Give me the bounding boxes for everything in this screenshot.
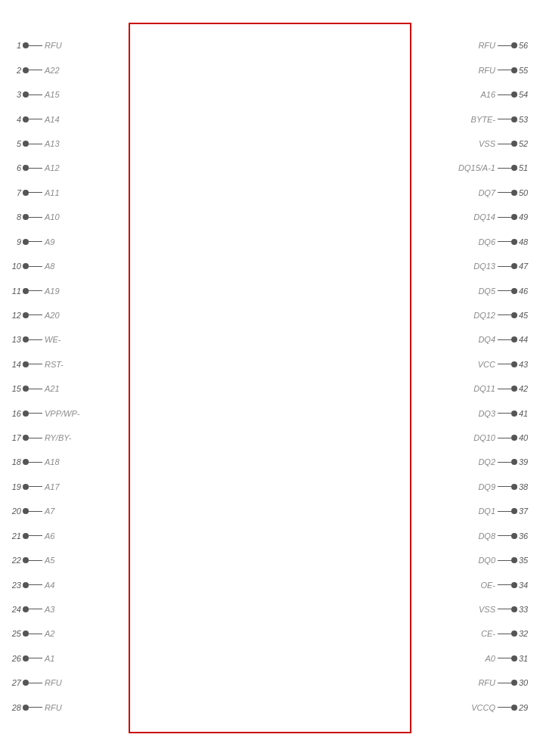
right-pin-56: RFU56 xyxy=(478,41,540,50)
pin-number-28: 28 xyxy=(0,703,21,712)
pin-line-left-10 xyxy=(29,266,42,267)
pin-label-34: OE- xyxy=(480,581,495,590)
pin-number-52: 52 xyxy=(519,139,540,148)
pin-dot-left-23 xyxy=(23,582,29,588)
left-pin-7: 7A11 xyxy=(0,188,60,197)
pin-number-50: 50 xyxy=(519,188,540,197)
pin-line-left-7 xyxy=(29,192,42,193)
pin-label-39: DQ2 xyxy=(478,457,495,466)
pin-number-38: 38 xyxy=(519,482,540,491)
pin-line-left-2 xyxy=(29,70,42,70)
pin-label-46: DQ5 xyxy=(478,287,495,296)
right-pin-47: DQ1347 xyxy=(473,262,540,271)
pin-line-right-37 xyxy=(498,511,511,512)
pin-number-13: 13 xyxy=(0,335,21,344)
pin-dot-left-12 xyxy=(23,312,29,318)
pin-label-24: A3 xyxy=(45,605,54,614)
pin-number-5: 5 xyxy=(0,139,21,148)
left-pin-15: 15A21 xyxy=(0,384,60,393)
left-pin-25: 25A2 xyxy=(0,629,54,638)
pin-number-7: 7 xyxy=(0,188,21,197)
pin-dot-right-38 xyxy=(511,484,517,490)
pin-number-44: 44 xyxy=(519,335,540,344)
pin-dot-right-31 xyxy=(511,655,517,662)
right-pin-44: DQ444 xyxy=(478,335,540,344)
left-pin-11: 11A19 xyxy=(0,287,60,296)
pin-label-40: DQ10 xyxy=(473,433,495,442)
pin-label-51: DQ15/A-1 xyxy=(458,163,495,172)
pin-line-left-16 xyxy=(29,413,42,414)
pin-label-42: DQ11 xyxy=(473,384,495,393)
right-pin-37: DQ137 xyxy=(478,507,540,516)
pin-number-12: 12 xyxy=(0,311,21,320)
pin-line-left-24 xyxy=(29,609,42,609)
left-pin-20: 20A7 xyxy=(0,507,54,516)
pin-number-14: 14 xyxy=(0,360,21,369)
pin-label-49: DQ14 xyxy=(473,212,495,222)
pin-label-26: A1 xyxy=(45,654,54,663)
pin-label-45: DQ12 xyxy=(473,311,495,320)
pin-dot-left-2 xyxy=(23,67,29,73)
right-pin-52: VSS52 xyxy=(479,139,540,148)
pin-dot-left-8 xyxy=(23,214,29,220)
pin-line-right-46 xyxy=(498,290,511,291)
pin-number-10: 10 xyxy=(0,262,21,271)
pin-label-32: CE- xyxy=(481,629,495,638)
left-pin-28: 28RFU xyxy=(0,703,62,712)
pin-number-6: 6 xyxy=(0,163,21,172)
pin-dot-left-20 xyxy=(23,508,29,514)
pin-dot-left-21 xyxy=(23,533,29,539)
pin-label-7: A11 xyxy=(45,188,60,197)
right-pin-31: A031 xyxy=(486,654,540,663)
left-pin-24: 24A3 xyxy=(0,605,54,614)
pin-line-right-30 xyxy=(498,683,511,683)
right-pin-39: DQ239 xyxy=(478,457,540,466)
right-pin-42: DQ1142 xyxy=(473,384,540,393)
pin-dot-left-13 xyxy=(23,336,29,342)
pin-number-53: 53 xyxy=(519,115,540,124)
pin-dot-right-33 xyxy=(511,606,517,612)
pin-dot-left-4 xyxy=(23,116,29,122)
pin-dot-right-30 xyxy=(511,680,517,686)
pin-number-19: 19 xyxy=(0,482,21,491)
pin-number-41: 41 xyxy=(519,409,540,418)
left-pin-27: 27RFU xyxy=(0,678,62,687)
pin-label-28: RFU xyxy=(45,703,62,712)
right-pin-29: VCCQ29 xyxy=(471,703,540,712)
pin-line-right-47 xyxy=(498,266,511,267)
right-pin-46: DQ546 xyxy=(478,287,540,296)
pin-dot-right-35 xyxy=(511,557,517,563)
pin-label-2: A22 xyxy=(45,66,60,75)
pin-line-right-43 xyxy=(498,364,511,364)
pin-line-left-3 xyxy=(29,94,42,95)
pin-number-39: 39 xyxy=(519,457,540,466)
pin-line-left-1 xyxy=(29,45,42,46)
pin-label-14: RST- xyxy=(45,360,64,369)
pin-line-left-11 xyxy=(29,290,42,291)
pin-line-left-28 xyxy=(29,707,42,708)
left-pin-12: 12A20 xyxy=(0,311,60,320)
pin-dot-left-24 xyxy=(23,606,29,612)
pin-dot-right-48 xyxy=(511,239,517,245)
pin-label-54: A16 xyxy=(480,90,495,99)
pin-label-1: RFU xyxy=(45,41,62,50)
pin-line-right-45 xyxy=(498,314,511,315)
pin-label-43: VCC xyxy=(478,360,495,369)
pin-label-22: A5 xyxy=(45,556,54,565)
pin-number-16: 16 xyxy=(0,409,21,418)
pin-label-52: VSS xyxy=(479,139,495,148)
pin-number-11: 11 xyxy=(0,287,21,296)
pin-number-15: 15 xyxy=(0,384,21,393)
pin-dot-right-49 xyxy=(511,214,517,220)
right-pin-32: CE-32 xyxy=(481,629,540,638)
pin-number-1: 1 xyxy=(0,41,21,50)
pin-label-31: A0 xyxy=(486,654,495,663)
pin-number-18: 18 xyxy=(0,457,21,466)
left-pin-23: 23A4 xyxy=(0,581,54,590)
left-pin-10: 10A8 xyxy=(0,262,54,271)
pin-number-17: 17 xyxy=(0,433,21,442)
pin-dot-right-41 xyxy=(511,411,517,417)
pin-dot-right-34 xyxy=(511,582,517,588)
right-pin-48: DQ648 xyxy=(478,237,540,246)
pin-line-left-8 xyxy=(29,217,42,218)
